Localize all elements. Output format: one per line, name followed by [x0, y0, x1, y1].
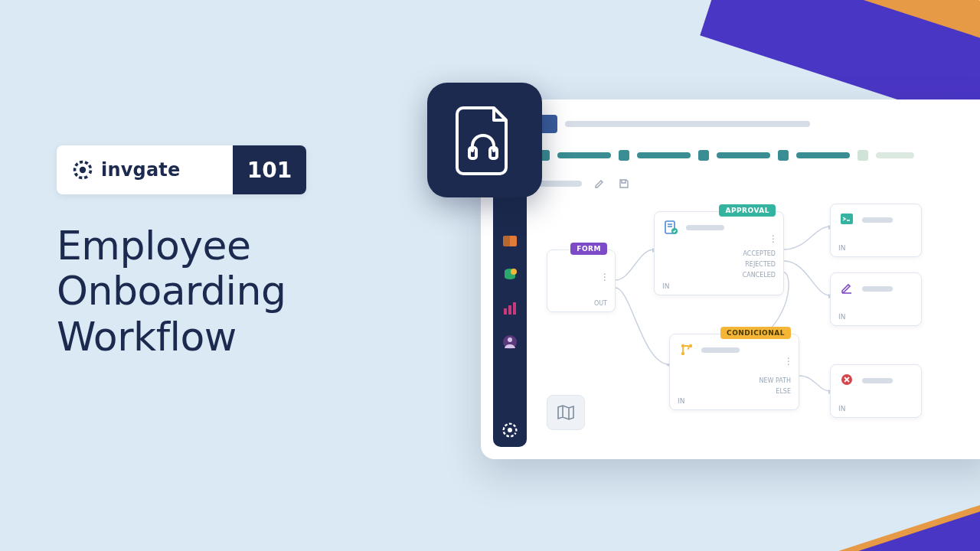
in-label: IN — [838, 313, 845, 321]
more-icon[interactable]: ⋮ — [769, 233, 777, 244]
title-placeholder — [565, 121, 810, 127]
node-task-c[interactable]: IN — [830, 364, 922, 418]
invgate-logo-icon — [72, 159, 93, 181]
svg-rect-7 — [504, 308, 507, 315]
edit-icon[interactable] — [594, 178, 606, 190]
node-conditional[interactable]: CONDICIONAL ⋮ IN NEW PATH ELSE — [669, 334, 799, 410]
error-icon — [840, 373, 855, 388]
toolbar-title — [539, 181, 582, 187]
step-line — [557, 152, 611, 158]
approval-icon — [664, 220, 679, 235]
in-label: IN — [678, 397, 684, 405]
out-label: OUT — [594, 300, 607, 307]
minimap-button[interactable] — [547, 395, 585, 430]
more-icon[interactable]: ⋮ — [600, 272, 609, 282]
approval-outputs: ACCEPTED REJECTED CANCELED — [743, 250, 776, 279]
svg-point-2 — [80, 167, 86, 173]
map-icon — [557, 404, 575, 421]
in-label: IN — [838, 405, 845, 412]
step-dot-inactive[interactable] — [858, 150, 868, 161]
svg-point-14 — [508, 428, 512, 432]
step-dot[interactable] — [778, 150, 789, 161]
page-headline: Employee Onboarding Workflow — [57, 223, 394, 360]
step-line — [876, 152, 914, 158]
step-dot[interactable] — [619, 150, 629, 161]
file-headset-icon — [452, 103, 517, 177]
svg-point-6 — [511, 269, 517, 275]
node-badge: APPROVAL — [719, 204, 776, 217]
output-newpath: NEW PATH — [759, 377, 791, 384]
step-line — [796, 152, 850, 158]
in-label: IN — [662, 282, 669, 290]
conditional-outputs: NEW PATH ELSE — [759, 377, 791, 395]
svg-point-17 — [681, 344, 684, 347]
svg-rect-8 — [508, 305, 511, 315]
topbar — [539, 112, 980, 136]
progress-steps — [539, 150, 980, 161]
sidebar-logo-icon — [501, 421, 519, 439]
branch-icon — [679, 342, 694, 357]
brand-badge: 101 — [233, 145, 306, 194]
terminal-icon — [840, 212, 855, 227]
step-dot[interactable] — [698, 150, 709, 161]
in-label: IN — [838, 244, 845, 252]
node-badge: CONDICIONAL — [720, 327, 791, 339]
step-line — [637, 152, 691, 158]
node-badge: FORM — [570, 243, 607, 255]
step-line — [717, 152, 770, 158]
chart-icon[interactable] — [501, 302, 518, 315]
brand-name: invgate — [101, 159, 180, 181]
svg-rect-9 — [513, 302, 516, 315]
avatar-icon[interactable] — [501, 335, 518, 349]
app-mock: FORM ⋮ OUT APPROVAL ⋮ IN ACCEPTED REJECT… — [481, 99, 980, 459]
save-icon[interactable] — [619, 178, 631, 190]
node-approval[interactable]: APPROVAL ⋮ IN ACCEPTED REJECTED CANCELED — [654, 211, 784, 295]
feature-icon-card — [427, 83, 542, 197]
svg-point-11 — [508, 337, 512, 342]
svg-point-18 — [681, 352, 684, 355]
node-task-a[interactable]: IN — [830, 204, 922, 257]
more-icon[interactable]: ⋮ — [784, 356, 792, 367]
svg-rect-4 — [503, 236, 510, 246]
svg-point-19 — [689, 344, 692, 347]
database-icon[interactable] — [501, 268, 518, 282]
edit-task-icon — [840, 281, 855, 296]
workflow-canvas[interactable]: FORM ⋮ OUT APPROVAL ⋮ IN ACCEPTED REJECT… — [539, 204, 980, 447]
output-else: ELSE — [759, 388, 791, 395]
app-main: FORM ⋮ OUT APPROVAL ⋮ IN ACCEPTED REJECT… — [539, 112, 980, 447]
node-task-b[interactable]: IN — [830, 272, 922, 326]
brand-pill-left: invgate — [57, 145, 233, 194]
node-form[interactable]: FORM ⋮ OUT — [547, 249, 616, 312]
output-canceled: CANCELED — [743, 272, 776, 279]
svg-rect-20 — [841, 214, 853, 224]
hero-left: invgate 101 Employee Onboarding Workflow — [57, 145, 394, 360]
ticket-icon[interactable] — [501, 234, 518, 248]
output-rejected: REJECTED — [743, 261, 776, 268]
output-accepted: ACCEPTED — [743, 250, 776, 257]
toolbar — [539, 178, 980, 190]
brand-pill: invgate 101 — [57, 145, 306, 194]
